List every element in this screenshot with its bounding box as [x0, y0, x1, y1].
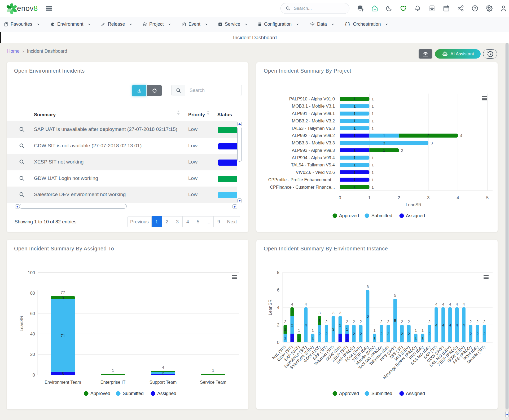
svg-text:4: 4 — [305, 302, 307, 306]
svg-text:71: 71 — [60, 333, 65, 338]
svg-text:1: 1 — [353, 163, 356, 167]
svg-text:1: 1 — [353, 126, 356, 130]
svg-text:60: 60 — [30, 311, 35, 316]
svg-text:2: 2 — [483, 319, 485, 324]
svg-text:ALP992 - Alpha V99.2: ALP992 - Alpha V99.2 — [292, 133, 335, 138]
svg-text:4: 4 — [449, 302, 451, 306]
svg-text:0: 0 — [277, 340, 279, 345]
svg-text:77: 77 — [60, 290, 65, 295]
svg-text:4: 4 — [305, 323, 307, 327]
svg-text:Service Team: Service Team — [200, 380, 226, 384]
svg-text:2: 2 — [277, 322, 279, 327]
svg-text:CPProfile - Profile Enhancemen: CPProfile - Profile Enhancement... — [268, 177, 335, 182]
svg-text:MOB3.2 - Mobile V3.2: MOB3.2 - Mobile V3.2 — [292, 118, 335, 123]
svg-text:8: 8 — [277, 270, 279, 275]
svg-text:3: 3 — [339, 311, 341, 315]
svg-text:MOB3.3 - Mobile V3.3: MOB3.3 - Mobile V3.3 — [292, 140, 335, 145]
svg-text:3: 3 — [332, 327, 334, 331]
svg-text:1: 1 — [371, 156, 374, 160]
svg-text:3: 3 — [383, 141, 385, 145]
svg-text:1: 1 — [311, 328, 314, 333]
svg-text:0: 0 — [339, 195, 341, 200]
svg-text:ALP991 - Alpha V99.1: ALP991 - Alpha V99.1 — [292, 111, 335, 116]
svg-text:5: 5 — [486, 195, 489, 200]
svg-text:3: 3 — [431, 141, 433, 145]
svg-text:4: 4 — [442, 302, 444, 306]
svg-text:5: 5 — [394, 318, 396, 323]
svg-text:1: 1 — [422, 328, 424, 333]
svg-text:4: 4 — [291, 302, 293, 306]
svg-text:1: 1 — [371, 104, 374, 108]
svg-text:1: 1 — [291, 310, 293, 314]
svg-text:Submitted: Submitted — [123, 391, 144, 396]
svg-text:2: 2 — [339, 323, 341, 327]
svg-text:Support Team: Support Team — [150, 380, 177, 384]
svg-text:1: 1 — [284, 327, 286, 331]
svg-text:1: 1 — [353, 177, 356, 182]
svg-text:1: 1 — [374, 336, 376, 340]
svg-text:2: 2 — [291, 323, 293, 327]
svg-text:4: 4 — [442, 323, 444, 327]
svg-text:2: 2 — [401, 148, 403, 153]
svg-text:4: 4 — [457, 195, 459, 200]
svg-text:1: 1 — [353, 104, 356, 108]
svg-text:1: 1 — [212, 368, 214, 373]
svg-text:4: 4 — [435, 302, 437, 306]
svg-text:Approved: Approved — [339, 213, 359, 218]
svg-text:2: 2 — [380, 319, 382, 324]
svg-text:Submitted: Submitted — [371, 213, 392, 218]
svg-text:2: 2 — [408, 331, 410, 336]
svg-text:3: 3 — [318, 311, 321, 315]
svg-text:5: 5 — [394, 293, 396, 298]
svg-text:1: 1 — [371, 170, 374, 175]
svg-text:Approved: Approved — [339, 391, 359, 396]
svg-text:2: 2 — [401, 331, 403, 336]
svg-text:MOB3.1 - Mobile V3.1: MOB3.1 - Mobile V3.1 — [292, 104, 335, 108]
svg-text:1: 1 — [346, 336, 348, 340]
svg-text:2: 2 — [284, 319, 286, 324]
svg-text:PALP910 - Alpha V91.0: PALP910 - Alpha V91.0 — [289, 96, 335, 101]
svg-text:2: 2 — [398, 195, 400, 200]
svg-text:1: 1 — [415, 328, 417, 333]
svg-text:TAL54 - Tallyman V5.4: TAL54 - Tallyman V5.4 — [291, 162, 335, 167]
svg-text:2: 2 — [469, 319, 472, 324]
svg-text:1: 1 — [346, 327, 348, 331]
svg-text:LeanSR: LeanSR — [406, 202, 422, 207]
svg-text:1: 1 — [374, 328, 376, 333]
svg-text:Assigned: Assigned — [406, 213, 425, 218]
svg-text:4: 4 — [456, 323, 458, 327]
svg-text:2: 2 — [427, 133, 430, 138]
svg-text:Environment Team: Environment Team — [45, 380, 81, 384]
svg-text:2: 2 — [360, 319, 362, 324]
svg-text:1: 1 — [353, 118, 356, 123]
svg-text:2: 2 — [346, 319, 348, 324]
svg-text:2: 2 — [353, 331, 355, 336]
svg-text:1: 1 — [291, 336, 293, 340]
svg-text:2: 2 — [325, 319, 327, 324]
svg-text:Approved: Approved — [90, 391, 110, 396]
svg-text:3: 3 — [62, 371, 64, 376]
svg-text:4: 4 — [277, 305, 279, 310]
svg-text:ALP993 - Alpha V99.3: ALP993 - Alpha V99.3 — [292, 148, 335, 153]
svg-text:2: 2 — [387, 319, 389, 324]
svg-text:TAL53 - Tallyman V5.3: TAL53 - Tallyman V5.3 — [291, 126, 335, 131]
svg-text:1: 1 — [339, 336, 341, 340]
svg-text:20: 20 — [30, 352, 35, 357]
svg-text:2: 2 — [408, 319, 410, 324]
svg-text:2: 2 — [469, 331, 472, 336]
svg-text:1: 1 — [415, 336, 417, 340]
svg-text:1: 1 — [422, 336, 424, 340]
svg-text:3: 3 — [427, 195, 429, 200]
svg-text:4: 4 — [463, 323, 465, 327]
svg-text:1: 1 — [368, 195, 371, 200]
svg-text:40: 40 — [30, 331, 35, 336]
svg-text:1: 1 — [353, 155, 356, 160]
svg-text:ALP994 - Alpha V99.4: ALP994 - Alpha V99.4 — [292, 155, 335, 160]
svg-text:2: 2 — [428, 331, 431, 336]
svg-text:LeanSR: LeanSR — [268, 299, 273, 315]
svg-text:2: 2 — [428, 319, 431, 324]
svg-text:2: 2 — [360, 331, 362, 336]
svg-text:4: 4 — [456, 302, 458, 306]
svg-text:1: 1 — [371, 119, 374, 123]
svg-text:Enterprise IT: Enterprise IT — [100, 380, 125, 384]
